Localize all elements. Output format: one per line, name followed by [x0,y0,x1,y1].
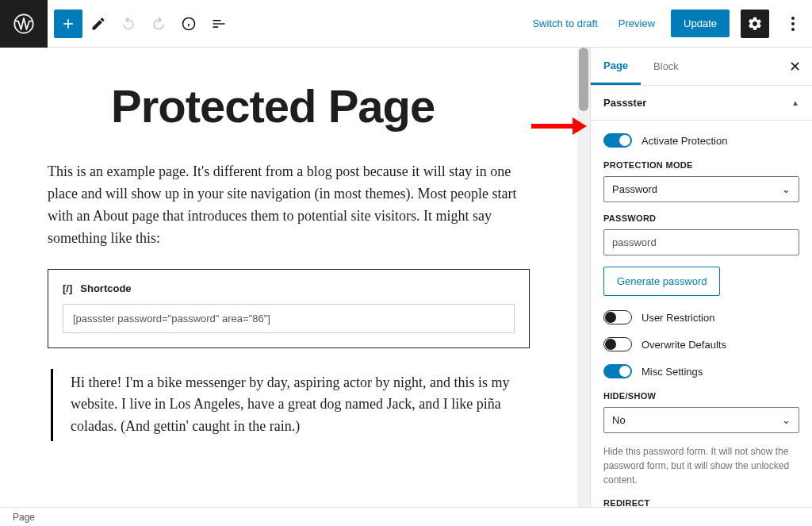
svg-point-4 [791,17,795,20]
quote-block[interactable]: Hi there! I'm a bike messenger by day, a… [51,369,530,442]
tab-page[interactable]: Page [591,48,641,85]
settings-button[interactable] [741,10,769,38]
chevron-down-icon: ⌄ [782,183,791,195]
misc-settings-toggle[interactable] [603,364,632,378]
quote-text[interactable]: Hi there! I'm a bike messenger by day, a… [71,372,530,439]
wordpress-logo[interactable] [0,0,48,48]
page-title[interactable]: Protected Page [111,79,530,132]
protection-mode-select[interactable]: Password ⌄ [603,176,799,202]
passster-panel-header[interactable]: Passster ▲ [591,86,812,120]
overwrite-defaults-toggle[interactable] [603,337,632,351]
passster-panel-body: Activate Protection PROTECTION MODE Pass… [591,120,812,507]
canvas-scrollbar[interactable] [577,48,590,507]
hide-show-select[interactable]: No ⌄ [603,407,799,433]
hide-show-help: Hide this password form. It will not sho… [603,444,799,487]
activate-protection-toggle[interactable] [603,133,632,148]
password-label: PASSWORD [603,213,799,223]
info-button[interactable] [174,10,203,38]
edit-mode-button[interactable] [84,10,113,38]
update-button[interactable]: Update [671,10,730,37]
shortcode-input[interactable] [63,304,515,333]
generate-password-button[interactable]: Generate password [603,267,720,296]
user-restriction-row: User Restriction [603,310,799,324]
overwrite-defaults-label: Overwrite Defaults [642,339,726,351]
misc-settings-label: Misc Settings [642,366,703,378]
outline-button[interactable] [205,10,233,38]
activate-protection-row: Activate Protection [603,133,799,148]
more-menu-button[interactable] [780,10,806,38]
top-toolbar: Switch to draft Preview Update [0,0,812,48]
redirect-label: REDIRECT [603,498,799,507]
scrollbar-thumb[interactable] [579,48,588,111]
hide-show-value: No [612,414,626,426]
toolbar-left [48,10,233,38]
settings-sidebar: Page Block ✕ Passster ▲ Activate Protect… [590,48,812,507]
chevron-down-icon: ⌄ [782,414,791,426]
svg-point-0 [14,14,33,33]
shortcode-icon: [/] [63,282,72,294]
sidebar-tabs: Page Block ✕ [591,48,812,86]
protection-mode-label: PROTECTION MODE [603,160,799,170]
canvas-wrapper: Protected Page This is an example page. … [0,48,590,507]
misc-settings-row: Misc Settings [603,364,799,378]
editor-layout: Protected Page This is an example page. … [0,48,812,507]
editor-canvas[interactable]: Protected Page This is an example page. … [0,48,577,507]
preview-button[interactable]: Preview [614,11,660,36]
hide-show-label: HIDE/SHOW [603,391,799,401]
paragraph-block[interactable]: This is an example page. It's different … [48,161,530,250]
toolbar-right: Switch to draft Preview Update [527,10,812,38]
tab-block[interactable]: Block [641,48,691,85]
shortcode-label: Shortcode [80,282,131,294]
redo-button[interactable] [144,10,173,38]
svg-point-5 [791,22,795,25]
breadcrumb[interactable]: Page [13,512,35,523]
protection-mode-value: Password [612,183,657,195]
password-input[interactable] [603,229,799,255]
activate-protection-label: Activate Protection [642,135,727,147]
add-block-button[interactable] [54,10,82,38]
undo-button[interactable] [114,10,143,38]
passster-title: Passster [603,97,646,109]
close-sidebar-button[interactable]: ✕ [778,48,812,85]
svg-point-6 [791,28,795,31]
user-restriction-toggle[interactable] [603,310,632,324]
status-bar: Page [0,507,812,526]
user-restriction-label: User Restriction [642,312,714,324]
shortcode-header: [/] Shortcode [63,282,515,294]
switch-to-draft-button[interactable]: Switch to draft [527,11,602,36]
shortcode-block[interactable]: [/] Shortcode [48,269,530,348]
overwrite-defaults-row: Overwrite Defaults [603,337,799,351]
chevron-up-icon: ▲ [791,98,799,107]
